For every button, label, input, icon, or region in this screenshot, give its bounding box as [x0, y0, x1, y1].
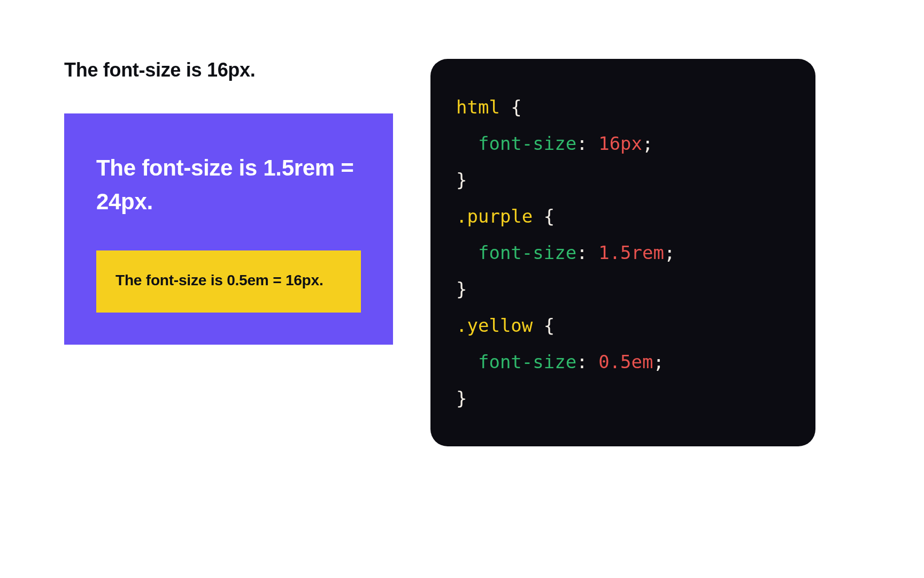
semicolon: ; [664, 242, 675, 263]
code-panel: html { font-size: 16px; } .purple { font… [430, 59, 860, 446]
semicolon: ; [653, 351, 664, 372]
css-value: 1.5rem [598, 242, 664, 263]
base-font-label: The font-size is 16px. [64, 59, 393, 81]
indent [456, 242, 478, 263]
yellow-box: The font-size is 0.5em = 16px. [96, 250, 361, 313]
css-property: font-size [478, 242, 576, 263]
brace-open: { [500, 96, 522, 118]
indent [456, 133, 478, 154]
css-property: font-size [478, 351, 576, 372]
purple-box: The font-size is 1.5rem = 24px. The font… [64, 113, 393, 345]
visual-demo-panel: The font-size is 16px. The font-size is … [64, 59, 393, 446]
code-line-decl-2: font-size: 1.5rem; [456, 234, 786, 271]
code-line-brace-close: } [456, 162, 786, 198]
css-property: font-size [478, 133, 576, 154]
colon: : [576, 133, 587, 154]
css-selector-purple: .purple [456, 206, 533, 227]
yellow-font-label: The font-size is 0.5em = 16px. [116, 268, 342, 293]
code-line-selector-purple: .purple { [456, 198, 786, 234]
space [588, 242, 598, 263]
brace-close: } [456, 278, 467, 300]
code-line-brace-close: } [456, 271, 786, 307]
brace-open: { [533, 315, 555, 336]
brace-close: } [456, 387, 467, 409]
code-line-decl-1: font-size: 16px; [456, 125, 786, 162]
code-line-brace-close: } [456, 380, 786, 416]
colon: : [576, 242, 587, 263]
colon: : [576, 351, 587, 372]
code-line-decl-3: font-size: 0.5em; [456, 344, 786, 380]
css-selector-html: html [456, 96, 500, 118]
brace-close: } [456, 169, 467, 191]
purple-font-label: The font-size is 1.5rem = 24px. [96, 151, 361, 218]
css-code-block: html { font-size: 16px; } .purple { font… [430, 59, 815, 446]
space [588, 351, 598, 372]
brace-open: { [533, 206, 555, 227]
css-value: 0.5em [598, 351, 653, 372]
css-selector-yellow: .yellow [456, 315, 533, 336]
code-line-selector-yellow: .yellow { [456, 307, 786, 344]
semicolon: ; [642, 133, 653, 154]
diagram-container: The font-size is 16px. The font-size is … [0, 0, 924, 505]
code-line-selector-html: html { [456, 89, 786, 125]
css-value: 16px [598, 133, 642, 154]
indent [456, 351, 478, 372]
space [588, 133, 598, 154]
